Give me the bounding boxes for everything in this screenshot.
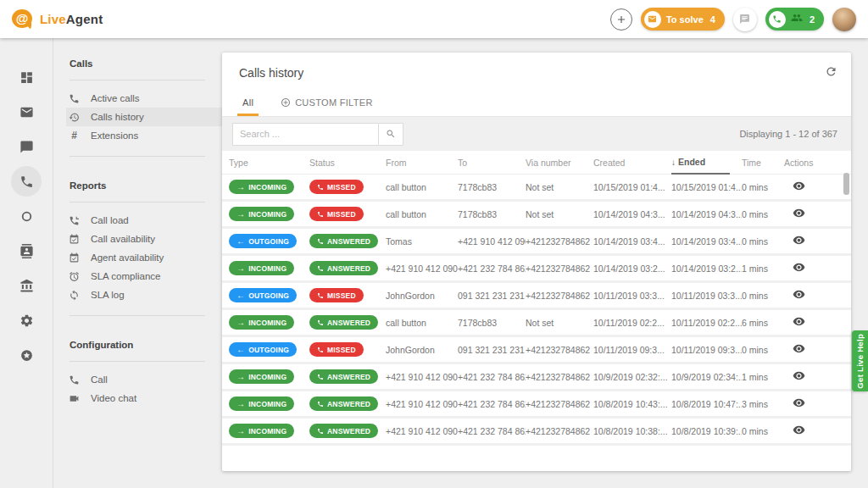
table-row[interactable]: → INCOMING ANSWERED +421 910 412 090 +42… — [222, 391, 851, 419]
search-button[interactable] — [378, 123, 403, 146]
nav-item-sla-log[interactable]: SLA log — [66, 286, 222, 304]
rail-item-academy[interactable] — [11, 270, 42, 301]
view-call-button[interactable] — [784, 396, 805, 412]
phone-icon — [317, 265, 324, 272]
table-row[interactable]: ← OUTGOING MISSED JohnGordon 091 321 231… — [222, 337, 851, 364]
refresh-button[interactable] — [825, 65, 837, 80]
calls-online-button[interactable]: 2 — [765, 8, 824, 30]
cell-to: 091 321 231 231 — [458, 291, 526, 301]
view-call-button[interactable] — [784, 234, 805, 249]
rail-item-tickets[interactable] — [11, 97, 42, 127]
calendar-check-icon — [68, 252, 81, 263]
rail-item-chats[interactable] — [11, 131, 42, 162]
cell-ended: 10/11/2019 02:2... — [671, 318, 742, 328]
to-solve-label: To solve — [666, 14, 704, 25]
add-new-button[interactable] — [610, 8, 632, 30]
direction-arrow-icon: → — [236, 210, 245, 219]
view-call-button[interactable] — [784, 342, 805, 358]
agents-group-icon — [791, 12, 803, 27]
cell-ended: 10/14/2019 04:3... — [671, 209, 742, 219]
cell-time: 3 mins — [742, 399, 784, 409]
nav-item-sla-compliance[interactable]: SLA compliance — [66, 267, 222, 286]
table-row[interactable]: → INCOMING ANSWERED +421 910 412 090 +42… — [222, 256, 851, 283]
nav-item-extensions[interactable]: # Extensions — [66, 126, 222, 145]
direction-arrow-icon: → — [236, 319, 245, 327]
view-call-button[interactable] — [784, 207, 805, 222]
nav-item-label: SLA compliance — [91, 271, 160, 281]
phone-icon — [68, 374, 81, 385]
cell-via: +421232784862 — [526, 399, 593, 409]
type-badge-label: OUTGOING — [248, 291, 289, 300]
table-row[interactable]: → INCOMING MISSED call button 7178cb83 N… — [222, 202, 851, 229]
hash-icon: # — [68, 130, 81, 141]
type-badge-label: INCOMING — [248, 400, 287, 408]
status-badge-label: MISSED — [327, 346, 356, 354]
vertical-scrollbar[interactable] — [843, 173, 849, 195]
nav-item-call-load[interactable]: Call load — [66, 211, 222, 230]
search-icon — [386, 129, 396, 139]
to-solve-button[interactable]: To solve 4 — [641, 8, 725, 30]
table-row[interactable]: → INCOMING ANSWERED call button 7178cb83… — [222, 310, 851, 337]
top-bar: @ LiveAgent To solve 4 2 — [0, 0, 868, 38]
phone-load-icon — [68, 215, 81, 226]
cell-via: +421232784862 — [526, 236, 593, 247]
view-call-button[interactable] — [784, 180, 805, 195]
table-row[interactable]: ← OUTGOING ANSWERED Tomas +421 910 412 0… — [222, 229, 851, 256]
rail-item-dashboard[interactable] — [11, 62, 42, 92]
get-live-help-tab[interactable]: Get Live Help — [852, 330, 868, 391]
table-row[interactable]: → INCOMING ANSWERED +421 910 412 090 +42… — [222, 419, 851, 446]
cell-to: +421 232 784 862 — [458, 399, 526, 409]
view-call-button[interactable] — [784, 261, 805, 276]
nav-item-call-availability[interactable]: Call availability — [66, 230, 222, 248]
col-header-to[interactable]: To — [458, 158, 526, 168]
col-header-created[interactable]: Created — [593, 158, 671, 168]
cell-from: Tomas — [386, 236, 458, 247]
refresh-icon — [825, 65, 837, 78]
cell-from: +421 910 412 090 — [386, 372, 458, 382]
nav-item-calls-history[interactable]: Calls history — [66, 108, 222, 126]
star-circle-icon — [19, 348, 34, 363]
nav-item-call-config[interactable]: Call — [66, 370, 222, 389]
rail-item-settings[interactable] — [11, 305, 42, 336]
col-header-ended-sorted[interactable]: ↓ Ended — [671, 151, 730, 175]
tab-all[interactable]: All — [231, 88, 265, 116]
nav-section-title-calls: Calls — [70, 58, 205, 69]
nav-item-agent-availability[interactable]: Agent availability — [66, 248, 222, 267]
phone-icon — [317, 374, 324, 380]
eye-icon — [793, 342, 805, 355]
col-header-actions[interactable]: Actions — [784, 158, 835, 168]
rail-item-calls[interactable] — [11, 166, 42, 197]
status-badge: ANSWERED — [309, 261, 378, 275]
nav-item-video-chat[interactable]: Video chat — [66, 389, 222, 408]
type-badge-label: OUTGOING — [248, 237, 289, 246]
rail-item-addons[interactable] — [11, 340, 42, 370]
col-header-via-number[interactable]: Via number — [526, 158, 593, 168]
nav-item-active-calls[interactable]: Active calls — [66, 89, 222, 108]
status-badge-label: MISSED — [327, 210, 356, 219]
type-badge: ← OUTGOING — [229, 342, 297, 357]
view-call-button[interactable] — [784, 369, 805, 385]
view-call-button[interactable] — [784, 315, 805, 330]
search-input[interactable] — [232, 123, 378, 146]
tab-custom-filter[interactable]: CUSTOM FILTER — [269, 88, 385, 116]
table-row[interactable]: → INCOMING MISSED call button 7178cb83 N… — [222, 175, 851, 202]
cell-created: 10/9/2019 02:32:... — [593, 372, 671, 382]
rail-item-contacts[interactable] — [11, 236, 42, 266]
chats-status-button[interactable] — [733, 8, 757, 31]
table-row[interactable]: → INCOMING ANSWERED +421 910 412 090 +42… — [222, 364, 851, 391]
col-header-type[interactable]: Type — [229, 158, 309, 168]
liveagent-logo[interactable]: @ LiveAgent — [12, 9, 103, 30]
col-header-status[interactable]: Status — [309, 158, 386, 168]
phone-icon — [317, 428, 324, 435]
col-header-time[interactable]: Time — [742, 158, 784, 168]
cell-from: JohnGordon — [386, 345, 458, 355]
rail-item-status[interactable] — [11, 201, 42, 231]
user-avatar[interactable] — [832, 8, 856, 31]
cell-created: 10/11/2019 02:2... — [593, 318, 671, 328]
cell-via: +421232784862 — [526, 426, 593, 436]
history-clock-icon — [68, 112, 81, 123]
view-call-button[interactable] — [784, 288, 805, 303]
view-call-button[interactable] — [784, 424, 805, 439]
table-row[interactable]: ← OUTGOING MISSED JohnGordon 091 321 231… — [222, 283, 851, 310]
col-header-from[interactable]: From — [386, 158, 458, 168]
